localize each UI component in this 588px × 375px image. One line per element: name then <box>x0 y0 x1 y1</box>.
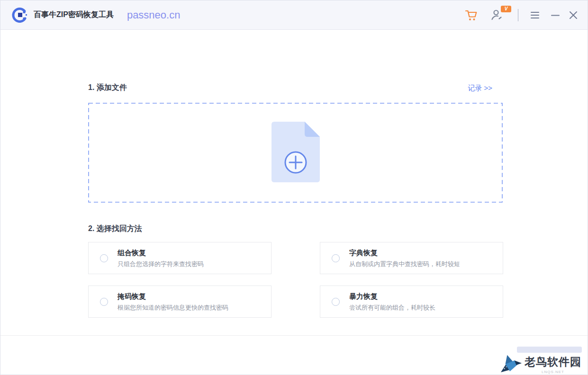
origami-bird-logo-icon <box>501 354 523 375</box>
method-card-dictionary[interactable]: 字典恢复 从自制或内置字典中查找密码，耗时较短 <box>320 242 503 274</box>
add-file-plus-icon[interactable] <box>271 122 320 184</box>
method-card-text: 暴力恢复 尝试所有可能的组合，耗时较长 <box>349 291 435 312</box>
method-title: 组合恢复 <box>118 248 204 258</box>
minimize-icon[interactable] <box>551 10 560 20</box>
watermark-bar <box>517 347 582 353</box>
hamburger-menu-icon[interactable] <box>530 10 540 20</box>
watermark-site-name: 老鸟软件园 <box>525 355 581 369</box>
method-desc: 只组合您选择的字符来查找密码 <box>118 260 204 268</box>
radio-combination[interactable] <box>100 254 108 262</box>
method-desc: 根据您所知道的密码信息更快的查找密码 <box>118 304 228 312</box>
website-label[interactable]: passneo.cn <box>127 9 181 21</box>
method-card-combination[interactable]: 组合恢复 只组合您选择的字符来查找密码 <box>88 242 271 274</box>
shopping-cart-icon[interactable] <box>464 8 478 22</box>
app-window: 百事牛ZIP密码恢复工具 passneo.cn V <box>0 0 588 375</box>
watermark-site-url: LNQS.NET <box>525 370 581 374</box>
method-card-bruteforce[interactable]: 暴力恢复 尝试所有可能的组合，耗时较长 <box>320 286 503 318</box>
footer-divider <box>0 335 588 336</box>
app-logo-icon <box>11 7 28 24</box>
titlebar-divider <box>518 9 518 21</box>
history-link[interactable]: 记录 >> <box>468 84 492 93</box>
add-file-heading: 1. 添加文件 <box>88 83 127 93</box>
method-desc: 从自制或内置字典中查找密码，耗时较短 <box>349 260 460 268</box>
method-title: 掩码恢复 <box>118 291 228 301</box>
choose-method-heading: 2. 选择找回方法 <box>88 224 142 234</box>
close-icon[interactable] <box>569 10 578 20</box>
method-card-text: 掩码恢复 根据您所知道的密码信息更快的查找密码 <box>118 291 228 312</box>
radio-mask[interactable] <box>100 298 108 306</box>
method-title: 暴力恢复 <box>349 291 435 301</box>
method-card-text: 字典恢复 从自制或内置字典中查找密码，耗时较短 <box>349 248 460 268</box>
method-title: 字典恢复 <box>349 248 460 258</box>
method-card-text: 组合恢复 只组合您选择的字符来查找密码 <box>118 248 204 268</box>
radio-bruteforce[interactable] <box>332 298 340 306</box>
vip-badge: V <box>501 6 511 12</box>
method-card-mask[interactable]: 掩码恢复 根据您所知道的密码信息更快的查找密码 <box>88 286 271 318</box>
app-title: 百事牛ZIP密码恢复工具 <box>34 10 114 20</box>
titlebar-actions: V <box>464 8 588 22</box>
radio-dictionary[interactable] <box>332 254 340 262</box>
method-desc: 尝试所有可能的组合，耗时较长 <box>349 304 435 312</box>
user-account-icon[interactable]: V <box>490 9 504 22</box>
file-dropzone[interactable] <box>88 103 503 203</box>
titlebar: 百事牛ZIP密码恢复工具 passneo.cn V <box>0 0 588 30</box>
